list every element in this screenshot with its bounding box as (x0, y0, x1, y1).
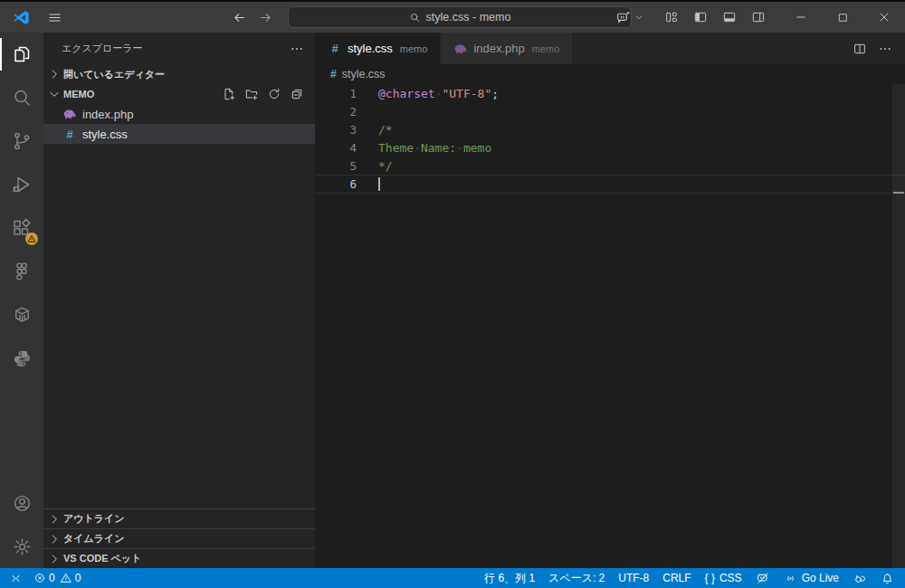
activity-bar-spacer (0, 380, 43, 481)
chevron-right-icon (47, 552, 62, 566)
tab-style-css[interactable]: # style.css memo (315, 33, 441, 64)
vscode-logo-icon (0, 9, 42, 26)
chevron-right-icon (47, 512, 62, 526)
nav-forward-icon[interactable] (258, 10, 273, 25)
new-folder-icon[interactable] (244, 87, 259, 101)
explorer-sidebar: エクスプローラー 開いているエディター MEMO (43, 33, 315, 568)
refresh-icon[interactable] (267, 87, 281, 101)
copilot-chevron-down-icon[interactable] (634, 12, 644, 23)
line-number: 3 (315, 123, 378, 137)
warning-count: 0 (75, 572, 81, 584)
code-text: /* (378, 123, 393, 137)
collapse-all-icon[interactable] (290, 87, 304, 101)
customize-layout-icon[interactable] (664, 10, 679, 24)
section-timeline[interactable]: タイムライン (43, 528, 315, 548)
file-row-index-php[interactable]: index.php (43, 104, 315, 124)
overview-ruler-cursor-marker (893, 192, 904, 194)
breadcrumb[interactable]: # style.css (315, 64, 905, 84)
pet-icon[interactable] (853, 571, 867, 585)
status-bar: 0 0 行 6、列 1 スペース: 2 UTF-8 CRLF { } CSS G… (0, 568, 905, 588)
figma-extension-icon[interactable] (0, 250, 43, 293)
language-mode[interactable]: { } CSS (705, 572, 742, 584)
run-debug-icon[interactable] (0, 163, 43, 206)
explorer-icon[interactable] (0, 33, 43, 76)
settings-gear-icon[interactable] (0, 525, 43, 568)
editor-scrollbar[interactable] (892, 84, 905, 568)
window-close-button[interactable] (863, 2, 905, 33)
split-editor-icon[interactable] (853, 42, 867, 56)
account-icon[interactable] (0, 481, 43, 525)
warning-icon (60, 572, 72, 584)
code-line-1[interactable]: 1@charset·"UTF-8"; (315, 84, 905, 102)
error-count: 0 (49, 572, 55, 584)
language-label: CSS (719, 572, 742, 584)
notifications-bell-icon[interactable] (881, 572, 894, 585)
go-live[interactable]: Go Live (784, 572, 839, 585)
indentation[interactable]: スペース: 2 (548, 571, 605, 586)
window-maximize-button[interactable] (822, 2, 863, 33)
chevron-right-icon (47, 67, 62, 81)
remote-indicator[interactable] (9, 572, 23, 585)
line-number: 5 (315, 159, 378, 173)
nav-back-icon[interactable] (232, 10, 247, 25)
eol-sequence[interactable]: CRLF (662, 572, 691, 584)
editor-group: # style.css memo index.php memo # style.… (315, 33, 905, 568)
new-file-icon[interactable] (222, 87, 236, 101)
file-name: index.php (82, 108, 133, 121)
css-file-icon: # (62, 128, 77, 141)
text-cursor (378, 177, 380, 191)
toggle-secondary-sidebar-icon[interactable] (751, 10, 766, 24)
sidebar-empty-space (43, 144, 315, 508)
section-open-editors[interactable]: 開いているエディター (43, 64, 315, 84)
line-number: 4 (315, 141, 378, 155)
section-label: VS CODE ペット (63, 552, 141, 565)
section-folder-memo[interactable]: MEMO (43, 84, 315, 104)
copilot-icon[interactable] (615, 9, 632, 25)
code-text: Theme·Name:·memo (378, 141, 491, 155)
window-minimize-button[interactable] (780, 2, 822, 33)
sidebar-title: エクスプローラー (62, 42, 290, 55)
container-extension-icon[interactable] (0, 293, 43, 337)
code-text: @charset·"UTF-8"; (378, 87, 499, 100)
more-actions-icon[interactable] (290, 42, 304, 56)
toggle-primary-sidebar-icon[interactable] (693, 10, 708, 24)
command-center-search[interactable]: style.css - memo (288, 6, 632, 28)
title-bar: style.css - memo (0, 0, 905, 33)
broadcast-icon (784, 572, 797, 585)
editor-more-actions-icon[interactable] (878, 42, 892, 56)
extensions-icon[interactable] (0, 206, 43, 250)
search-icon[interactable] (0, 76, 43, 119)
cursor-position[interactable]: 行 6、列 1 (484, 571, 535, 586)
code-text: */ (378, 159, 393, 173)
activity-bar (0, 33, 43, 568)
chevron-down-icon (47, 87, 62, 101)
search-icon (409, 12, 421, 24)
problems-indicator[interactable]: 0 0 (33, 572, 81, 584)
python-extension-icon[interactable] (0, 337, 43, 380)
encoding[interactable]: UTF-8 (618, 572, 649, 584)
source-control-icon[interactable] (0, 119, 43, 163)
code-line-6[interactable]: 6 (315, 175, 905, 194)
tab-description: memo (532, 43, 560, 54)
extensions-warning-badge (25, 232, 38, 245)
section-label: MEMO (63, 89, 94, 100)
section-vscode-pets[interactable]: VS CODE ペット (43, 548, 315, 568)
tab-description: memo (400, 43, 428, 54)
code-line-4[interactable]: 4Theme·Name:·memo (315, 138, 905, 156)
php-file-icon (62, 109, 77, 119)
section-outline[interactable]: アウトライン (43, 508, 315, 528)
code-text (378, 177, 380, 191)
toggle-panel-icon[interactable] (722, 10, 737, 24)
search-value: style.css - memo (426, 11, 511, 24)
code-line-3[interactable]: 3/* (315, 120, 905, 138)
section-label: タイムライン (63, 532, 125, 545)
code-line-5[interactable]: 5*/ (315, 156, 905, 175)
code-line-2[interactable]: 2 (315, 102, 905, 120)
tab-index-php[interactable]: index.php memo (441, 33, 573, 64)
breadcrumb-item: style.css (342, 68, 386, 81)
copilot-disabled-icon[interactable] (756, 571, 770, 585)
menu-hamburger-icon[interactable] (42, 6, 68, 29)
chevron-right-icon (47, 532, 62, 546)
file-row-style-css[interactable]: # style.css (43, 124, 315, 144)
section-label: 開いているエディター (63, 68, 165, 81)
